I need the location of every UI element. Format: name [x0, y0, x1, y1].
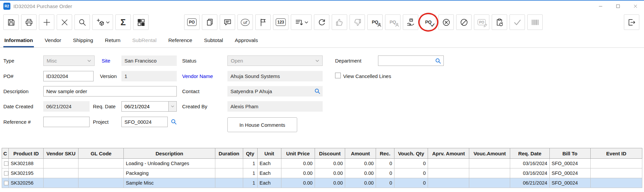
tab-approvals[interactable]: Approvals	[234, 37, 259, 47]
minimize-icon	[598, 3, 603, 9]
cell	[78, 168, 124, 178]
po-edit-button[interactable]: PO	[474, 14, 489, 30]
description-input[interactable]	[43, 86, 177, 97]
department-input[interactable]	[378, 56, 435, 65]
clipboard-refresh-button[interactable]	[492, 14, 507, 30]
cell	[78, 159, 124, 168]
req-date-input[interactable]	[121, 101, 168, 112]
confirm-check-button[interactable]	[509, 14, 525, 30]
sum-button[interactable]: Σ	[115, 14, 131, 30]
cancel-circle-button[interactable]	[438, 14, 454, 30]
cell	[44, 178, 78, 188]
po-number-input[interactable]	[43, 71, 94, 81]
reference-input[interactable]	[43, 117, 90, 127]
hand-package-icon	[406, 18, 415, 27]
pq-check-button[interactable]: PQ	[421, 14, 436, 30]
tab-vendor[interactable]: Vendor	[44, 37, 62, 47]
pq-user-button[interactable]: PQ	[367, 14, 383, 30]
tab-shipping[interactable]: Shipping	[72, 37, 94, 47]
column-header-req-date[interactable]: Req. Date	[510, 148, 549, 159]
project-search-icon[interactable]	[170, 118, 177, 125]
uf-button[interactable]: uf	[237, 14, 253, 30]
site-label[interactable]: Site	[102, 55, 110, 66]
save-button[interactable]	[3, 14, 19, 30]
tab-subtotal[interactable]: Subtotal	[203, 37, 224, 47]
hand-package-button[interactable]	[403, 14, 418, 30]
status-select[interactable]: Open	[227, 55, 323, 66]
department-search-icon[interactable]	[435, 57, 441, 64]
flag-button[interactable]	[255, 14, 271, 30]
thumbs-up-button[interactable]	[332, 14, 347, 30]
view-cancelled-checkbox[interactable]	[335, 73, 341, 78]
sort-button[interactable]	[291, 14, 312, 30]
column-header-unit[interactable]: Unit	[257, 148, 281, 159]
project-input[interactable]	[121, 117, 168, 127]
thumbs-down-button[interactable]	[350, 14, 365, 30]
column-header-discount[interactable]: Discount	[315, 148, 345, 159]
tab-reference[interactable]: Reference	[167, 37, 194, 47]
column-header-product-id[interactable]: Product ID	[9, 148, 44, 159]
window-title: ID320204 Purchase Order	[13, 3, 72, 9]
search-button[interactable]	[74, 14, 90, 30]
tab-information[interactable]: Information	[3, 37, 34, 47]
tab-return[interactable]: Return	[104, 37, 122, 47]
column-header-amount[interactable]: Amount	[345, 148, 376, 159]
table-row[interactable]: SK320256Sample Misc1Each0.000.000.000006…	[2, 178, 642, 188]
column-header-description[interactable]: Description	[124, 148, 215, 159]
close-button[interactable]	[627, 1, 644, 11]
refresh-button[interactable]	[314, 14, 329, 30]
cell	[2, 159, 9, 168]
po-information-form: Type Misc Site San Francisco Status Open…	[0, 48, 644, 148]
row-checkbox[interactable]	[4, 171, 8, 176]
table-row[interactable]: SK302188Loading - Unloading Charges1Each…	[2, 159, 642, 168]
po-button[interactable]: PO	[184, 14, 200, 30]
barcode-button[interactable]	[527, 14, 543, 30]
table-row[interactable]: SK302195Packaging1Each0.000.000.000003/1…	[2, 168, 642, 178]
column-header-vendor-sku[interactable]: Vendor SKU	[44, 148, 78, 159]
add-product-icon	[96, 18, 105, 27]
column-header-vouc-amount[interactable]: Vouc.Amount	[469, 148, 510, 159]
close-icon	[633, 3, 638, 9]
vendor-name-field: Ahuja Sound Systems	[227, 71, 323, 81]
cell: Loading - Unloading Charges	[124, 159, 215, 168]
column-header-bill-to[interactable]: Bill To	[549, 148, 590, 159]
numbers-button[interactable]: 123	[273, 14, 288, 30]
add-button[interactable]	[39, 14, 54, 30]
exit-button[interactable]	[624, 14, 639, 30]
print-button[interactable]	[21, 14, 37, 30]
comment-button[interactable]	[220, 14, 235, 30]
add-icon	[42, 18, 51, 27]
created-by-label: Created By	[182, 101, 207, 112]
type-select[interactable]: Misc	[43, 55, 95, 66]
department-label: Department	[335, 55, 361, 66]
column-header-duration[interactable]: Duration	[215, 148, 243, 159]
toolbar: ΣPOuf123PQPQPQPO	[0, 11, 644, 33]
contact-label: Contact	[182, 86, 200, 97]
remove-button[interactable]	[57, 14, 72, 30]
maximize-button[interactable]	[609, 1, 627, 11]
add-product-button[interactable]	[92, 14, 113, 30]
void-button[interactable]	[456, 14, 472, 30]
column-header-event-id[interactable]: Event ID	[590, 148, 642, 159]
column-header-unit-price[interactable]: Unit Price	[281, 148, 315, 159]
column-header-vouch-qty[interactable]: Vouch. Qty	[394, 148, 428, 159]
cell	[215, 178, 243, 188]
column-header-gl-code[interactable]: GL Code	[78, 148, 124, 159]
minimize-button[interactable]	[592, 1, 609, 11]
contact-search-icon[interactable]	[314, 88, 321, 94]
row-checkbox[interactable]	[4, 161, 8, 166]
column-header-qty[interactable]: Qty	[243, 148, 257, 159]
column-header-rec-[interactable]: Rec.	[376, 148, 394, 159]
req-date-dropdown[interactable]	[168, 101, 177, 112]
toolbar-group-left: Σ	[3, 14, 149, 30]
in-house-comments-button[interactable]: In House Comments	[227, 117, 297, 132]
column-header-c[interactable]: C	[2, 148, 9, 159]
row-checkbox[interactable]	[4, 181, 8, 185]
layout-grid-button[interactable]	[133, 14, 149, 30]
cell	[428, 178, 469, 188]
cell: Packaging	[124, 168, 215, 178]
copy-button[interactable]	[202, 14, 217, 30]
vendor-name-label[interactable]: Vendor Name	[182, 71, 213, 81]
pq-user-disabled-button[interactable]: PQ	[385, 14, 400, 30]
column-header-aprv-amount[interactable]: Aprv. Amount	[428, 148, 469, 159]
